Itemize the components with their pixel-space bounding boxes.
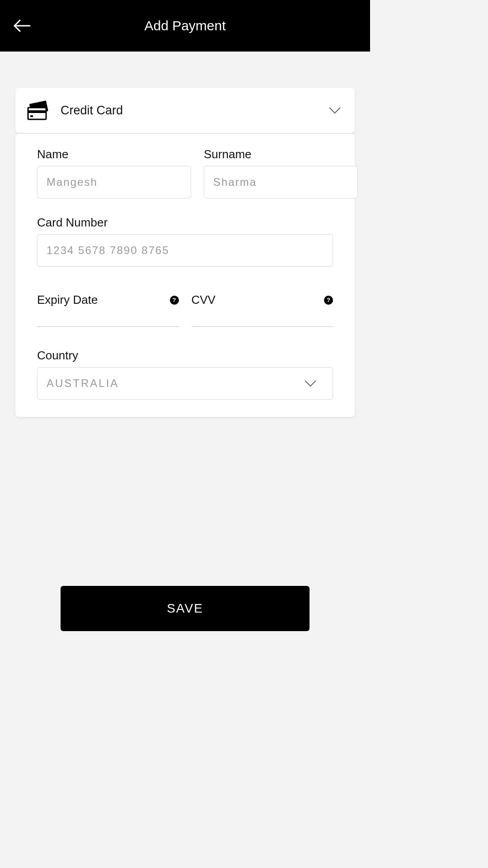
surname-field-group: Surname [204, 147, 358, 198]
back-button[interactable] [11, 15, 33, 37]
cvv-label: CVV [192, 293, 216, 307]
name-field-group: Name [37, 147, 191, 198]
svg-rect-3 [28, 110, 46, 113]
credit-card-icon [26, 100, 52, 120]
payment-form: Name Surname Card Number Expiry Date ? [15, 134, 355, 417]
cvv-input[interactable] [192, 311, 333, 327]
expiry-label: Expiry Date [37, 293, 98, 307]
arrow-left-icon [13, 19, 31, 33]
country-label: Country [37, 349, 333, 363]
expiry-field-group: Expiry Date ? [37, 293, 179, 327]
country-select[interactable]: AUSTRALIA [37, 367, 333, 400]
cvv-field-group: CVV ? [192, 293, 333, 327]
surname-input[interactable] [204, 166, 358, 198]
expiry-input[interactable] [37, 311, 179, 327]
chevron-down-icon [328, 107, 341, 114]
card-number-input[interactable] [37, 234, 333, 267]
svg-rect-4 [30, 115, 33, 117]
surname-label: Surname [204, 147, 358, 161]
name-input[interactable] [37, 166, 191, 198]
card-number-label: Card Number [37, 216, 333, 230]
country-field-group: Country AUSTRALIA [37, 349, 333, 400]
save-button[interactable]: SAVE [61, 586, 310, 631]
expiry-help-icon[interactable]: ? [170, 296, 179, 305]
header: Add Payment [0, 0, 370, 52]
cvv-help-icon[interactable]: ? [324, 296, 333, 305]
content: Credit Card Name Surname Card Number [0, 52, 370, 658]
payment-method-selector[interactable]: Credit Card [15, 88, 355, 133]
card-number-field-group: Card Number [37, 216, 333, 267]
name-label: Name [37, 147, 191, 161]
payment-method-label: Credit Card [61, 104, 328, 118]
svg-rect-2 [28, 108, 46, 119]
country-selected-value: AUSTRALIA [47, 377, 119, 390]
page-title: Add Payment [144, 18, 225, 33]
footer: SAVE [15, 586, 355, 658]
